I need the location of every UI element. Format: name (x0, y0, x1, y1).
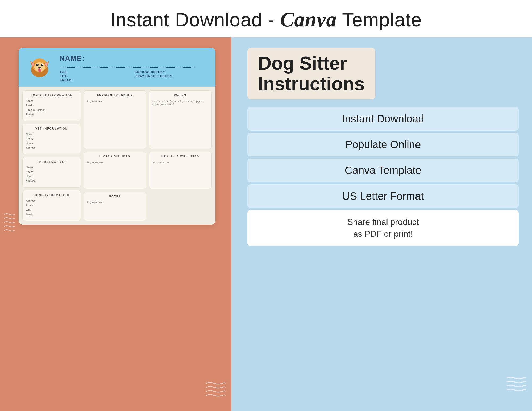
likes-section: LIKES / DISLIKES Populate me (84, 152, 146, 189)
dog-sitter-card: NAME: AGE: MICROCHIPPED?: SEX: SPAYED/NE… (19, 48, 215, 225)
vet-address: Address: (26, 146, 77, 149)
wave-decoration-bottom (205, 381, 226, 400)
home-wifi: Wifi: (26, 208, 77, 211)
right-section: Dog Sitter Instructions Instant Download… (231, 37, 532, 411)
breed-field: BREED: (60, 78, 133, 82)
feature-canva-template: Canva Template (247, 159, 519, 182)
walks-title: WALKS (152, 94, 208, 97)
right-title-line1: Dog Sitter (258, 53, 347, 74)
card-header-info: NAME: AGE: MICROCHIPPED?: SEX: SPAYED/NE… (60, 54, 209, 82)
contact-title: CONTACT INFORMATION (26, 94, 77, 97)
contact-backup-phone: Phone: (26, 113, 77, 116)
walks-populate: Populate me (schedule, routes, triggers,… (152, 99, 208, 106)
contact-phone: Phone: (26, 99, 77, 102)
vet-hours: Hours: (26, 142, 77, 145)
contact-backup: Backup Contact: (26, 109, 77, 111)
health-section: HEALTH & WELLNESS Populate me (149, 152, 212, 189)
feature-cta: Share final productas PDF or print! (247, 210, 519, 246)
page-title: Instant Download - Canva Template (0, 7, 532, 31)
feeding-title: FEEDING SCHEDULE (87, 94, 143, 97)
contact-section: CONTACT INFORMATION Phone: Email: Backup… (22, 90, 81, 121)
svg-point-10 (42, 64, 43, 65)
card-left-col: CONTACT INFORMATION Phone: Email: Backup… (22, 90, 81, 221)
home-access: Access: (26, 204, 77, 207)
ev-address: Address: (26, 180, 77, 182)
feature-populate-online: Populate Online (247, 133, 519, 156)
svg-point-7 (36, 64, 39, 66)
feeding-populate: Populate me (87, 99, 143, 103)
title-end: Template (337, 9, 422, 30)
ev-hours: Hours: (26, 175, 77, 178)
svg-point-8 (41, 64, 43, 66)
feature-instant-download: Instant Download (247, 107, 519, 131)
notes-populate: Populate me (87, 201, 143, 204)
spayed-field: SPAYED/NEUTERED?: (135, 74, 209, 78)
vet-section: VET INFORMATION Name: Phone: Hours: Addr… (22, 124, 81, 154)
ev-phone: Phone: (26, 171, 77, 173)
home-title: HOME INFORMATION (26, 194, 77, 197)
emergency-vet-section: EMERGENCY VET Name: Phone: Hours: Addres… (22, 157, 81, 188)
card-header: NAME: AGE: MICROCHIPPED?: SEX: SPAYED/NE… (19, 48, 215, 87)
card-right-col: WALKS Populate me (schedule, routes, tri… (149, 90, 212, 221)
health-title: HEALTH & WELLNESS (152, 155, 208, 158)
feature-us-letter: US Letter Format (247, 184, 519, 208)
notes-title: NOTES (87, 195, 143, 198)
likes-title: LIKES / DISLIKES (87, 155, 143, 158)
right-title-line2: Instructions (258, 73, 365, 94)
age-field: AGE: (60, 70, 133, 74)
card-body: CONTACT INFORMATION Phone: Email: Backup… (19, 87, 215, 225)
home-section: HOME INFORMATION Address: Access: Wifi: … (22, 190, 81, 221)
name-dots (60, 64, 194, 68)
svg-point-11 (38, 67, 41, 69)
header: Instant Download - Canva Template (0, 0, 532, 37)
vet-phone: Phone: (26, 137, 77, 140)
vet-title: VET INFORMATION (26, 127, 77, 130)
card-mid-col: FEEDING SCHEDULE Populate me LIKES / DIS… (84, 90, 146, 221)
feeding-section: FEEDING SCHEDULE Populate me (84, 90, 146, 149)
likes-populate: Populate me (87, 161, 143, 164)
title-canva: Canva (280, 8, 337, 31)
card-fields-grid: AGE: MICROCHIPPED?: SEX: SPAYED/NEUTERED… (60, 70, 209, 82)
main-content: NAME: AGE: MICROCHIPPED?: SEX: SPAYED/NE… (0, 37, 532, 411)
title-block: Dog Sitter Instructions (247, 48, 375, 99)
home-address: Address: (26, 199, 77, 202)
sex-field: SEX: (60, 74, 133, 78)
emergency-vet-title: EMERGENCY VET (26, 160, 77, 163)
dog-avatar (25, 53, 54, 82)
wave-decoration-right (505, 375, 527, 395)
left-section: NAME: AGE: MICROCHIPPED?: SEX: SPAYED/NE… (0, 37, 231, 411)
microchipped-field: MICROCHIPPED?: (135, 70, 209, 74)
wave-decoration-left (3, 212, 16, 237)
vet-name: Name: (26, 133, 77, 136)
feature-list: Instant Download Populate Online Canva T… (247, 107, 519, 248)
notes-section: NOTES Populate me (84, 192, 146, 221)
contact-email: Email: (26, 104, 77, 107)
ev-name: Name: (26, 166, 77, 169)
svg-point-9 (38, 64, 38, 65)
right-title: Dog Sitter Instructions (258, 53, 365, 94)
home-trash: Trash: (26, 213, 77, 216)
title-start: Instant Download - (110, 9, 280, 30)
walks-section: WALKS Populate me (schedule, routes, tri… (149, 90, 212, 149)
health-populate: Populate me (152, 161, 208, 164)
name-label: NAME: (60, 54, 209, 63)
